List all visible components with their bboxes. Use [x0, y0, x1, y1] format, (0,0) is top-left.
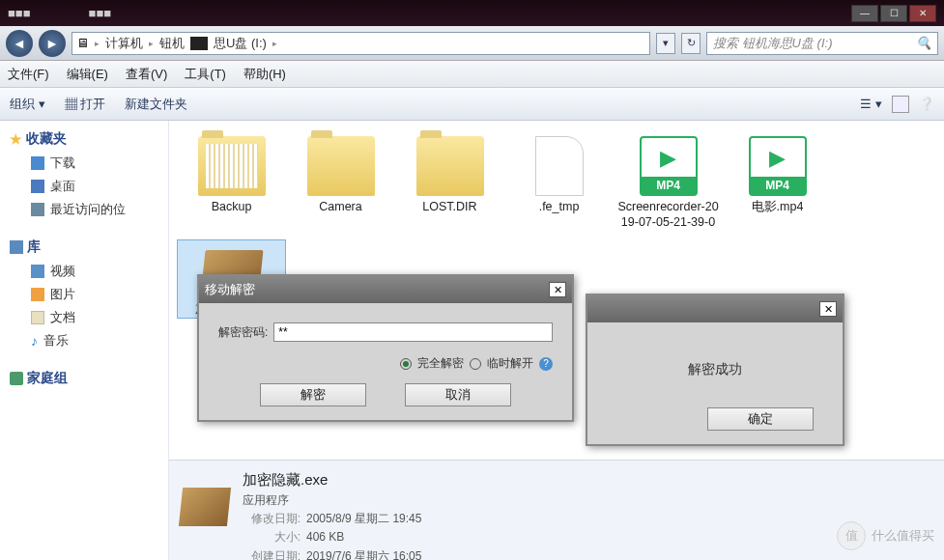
breadcrumb-computer[interactable]: 计算机 — [105, 35, 143, 52]
open-button[interactable]: ▦ 打开 — [65, 96, 106, 113]
new-folder-button[interactable]: 新建文件夹 — [125, 96, 187, 113]
help-icon[interactable]: ? — [539, 357, 553, 371]
password-input[interactable] — [273, 322, 553, 342]
organize-button[interactable]: 组织 ▾ — [10, 96, 45, 113]
watermark-text: 什么值得买 — [872, 527, 934, 545]
dialog2-titlebar[interactable]: ✕ — [587, 295, 843, 322]
menu-tools[interactable]: 工具(T) — [185, 66, 226, 83]
close-button[interactable]: ✕ — [909, 5, 936, 22]
recent-icon — [31, 203, 44, 216]
file-item[interactable]: Backup — [177, 130, 286, 230]
ok-button[interactable]: 确定 — [707, 407, 814, 431]
download-icon — [31, 156, 44, 170]
dialog2-close-button[interactable]: ✕ — [819, 301, 837, 317]
file-item[interactable]: LOST.DIR — [395, 130, 504, 230]
preview-pane-button[interactable] — [892, 96, 909, 113]
sidebar-item-documents[interactable]: 文档 — [10, 306, 168, 329]
sidebar-item-downloads[interactable]: 下载 — [10, 152, 168, 175]
file-item[interactable]: Camera — [286, 130, 395, 230]
details-pane: 加密隐藏.exe 应用程序 修改日期:2005/8/9 星期二 19:45 大小… — [169, 460, 944, 560]
detail-mdate-label: 修改日期: — [243, 510, 300, 528]
password-label: 解密密码: — [218, 324, 268, 341]
dialog-close-button[interactable]: ✕ — [549, 282, 566, 297]
menu-help[interactable]: 帮助(H) — [243, 66, 286, 83]
maximize-button[interactable]: ☐ — [880, 5, 907, 22]
file-label: Camera — [286, 200, 395, 215]
address-box[interactable]: 🖥 ▸ 计算机 ▸ 钮机 思U盘 (I:) ▸ — [72, 32, 650, 55]
menu-bar: 文件(F) 编辑(E) 查看(V) 工具(T) 帮助(H) — [0, 61, 944, 88]
file-label: Backup — [177, 200, 286, 215]
file-item[interactable]: Screenrecorder-2019-07-05-21-39-0 — [614, 130, 723, 230]
sidebar-item-videos[interactable]: 视频 — [10, 260, 168, 283]
sidebar-homegroup[interactable]: 家庭组 — [10, 370, 168, 387]
file-label: Screenrecorder-2019-07-05-21-39-0 — [614, 200, 723, 230]
help-icon[interactable]: ❔ — [919, 97, 934, 111]
sidebar: ★收藏夹 下载 桌面 最近访问的位 库 视频 图片 文档 ♪音乐 家庭组 — [0, 121, 169, 560]
mp4-icon — [640, 136, 698, 196]
titlebar-text: ■■■ — [8, 6, 31, 20]
star-icon: ★ — [10, 131, 22, 147]
sidebar-item-pictures[interactable]: 图片 — [10, 283, 168, 306]
watermark: 值 什么值得买 — [837, 521, 934, 550]
sidebar-libraries[interactable]: 库 — [10, 238, 168, 256]
refresh-button[interactable]: ↻ — [681, 33, 701, 54]
detail-size-label: 大小: — [243, 528, 300, 546]
file-icon — [535, 136, 584, 196]
dialog-titlebar[interactable]: 移动解密 ✕ — [199, 276, 572, 303]
address-bar: ◄ ► 🖥 ▸ 计算机 ▸ 钮机 思U盘 (I:) ▸ ▾ ↻ 搜索 钮机海思U… — [0, 26, 944, 61]
file-item[interactable]: 电影.mp4 — [723, 130, 832, 230]
search-placeholder: 搜索 钮机海思U盘 (I:) — [713, 35, 833, 52]
sidebar-item-desktop[interactable]: 桌面 — [10, 175, 168, 198]
address-dropdown[interactable]: ▾ — [656, 33, 675, 54]
sidebar-favorites[interactable]: ★收藏夹 — [10, 130, 168, 148]
titlebar-text2: ■■■ — [89, 6, 112, 20]
breadcrumb-drive1[interactable]: 钮机 — [159, 35, 185, 52]
detail-type: 应用程序 — [243, 491, 421, 510]
library-icon — [10, 240, 23, 254]
forward-button[interactable]: ► — [39, 30, 66, 57]
desktop-icon — [31, 180, 44, 193]
menu-edit[interactable]: 编辑(E) — [67, 66, 108, 83]
sidebar-item-recent[interactable]: 最近访问的位 — [10, 198, 168, 221]
radio-full-decrypt[interactable] — [400, 358, 412, 370]
minimize-button[interactable]: — — [851, 5, 878, 22]
radio-full-decrypt-label: 完全解密 — [417, 355, 464, 372]
radio-temp-open[interactable] — [470, 358, 481, 370]
picture-icon — [31, 288, 44, 301]
folder-icon — [198, 136, 266, 196]
video-icon — [31, 265, 44, 278]
detail-filename: 加密隐藏.exe — [243, 468, 421, 491]
back-button[interactable]: ◄ — [6, 30, 33, 57]
file-item[interactable]: .fe_tmp — [504, 130, 614, 230]
titlebar: ■■■ ■■■ — ☐ ✕ — [0, 0, 944, 26]
music-icon: ♪ — [31, 333, 38, 349]
decrypt-dialog: 移动解密 ✕ 解密密码: 完全解密 临时解开 ? 解密 取消 — [197, 274, 574, 422]
document-icon — [31, 311, 44, 324]
redacted — [190, 37, 208, 50]
detail-cdate-label: 创建日期: — [243, 547, 300, 560]
radio-temp-open-label: 临时解开 — [487, 355, 533, 372]
file-label: .fe_tmp — [504, 200, 614, 215]
toolbar: 组织 ▾ ▦ 打开 新建文件夹 ☰ ▾ ❔ — [0, 88, 944, 121]
file-label: LOST.DIR — [395, 200, 504, 215]
view-mode-button[interactable]: ☰ ▾ — [860, 97, 882, 111]
cancel-button[interactable]: 取消 — [405, 383, 511, 406]
file-label: 电影.mp4 — [723, 200, 832, 215]
sidebar-item-music[interactable]: ♪音乐 — [10, 329, 168, 352]
success-dialog: ✕ 解密成功 确定 — [586, 294, 844, 446]
success-message: 解密成功 — [607, 342, 823, 407]
search-box[interactable]: 搜索 钮机海思U盘 (I:) 🔍 — [706, 32, 938, 55]
detail-mdate: 2005/8/9 星期二 19:45 — [306, 512, 421, 525]
menu-view[interactable]: 查看(V) — [126, 66, 167, 83]
homegroup-icon — [10, 372, 23, 385]
dialog-title: 移动解密 — [205, 281, 255, 298]
detail-size: 406 KB — [306, 530, 344, 544]
detail-icon — [179, 488, 231, 526]
watermark-icon: 值 — [837, 521, 866, 550]
detail-cdate: 2019/7/6 星期六 16:05 — [306, 549, 421, 560]
decrypt-button[interactable]: 解密 — [260, 383, 366, 406]
search-icon: 🔍 — [916, 36, 931, 50]
breadcrumb-drive2[interactable]: 思U盘 (I:) — [214, 35, 267, 52]
mp4-icon — [749, 136, 807, 196]
menu-file[interactable]: 文件(F) — [8, 66, 49, 83]
